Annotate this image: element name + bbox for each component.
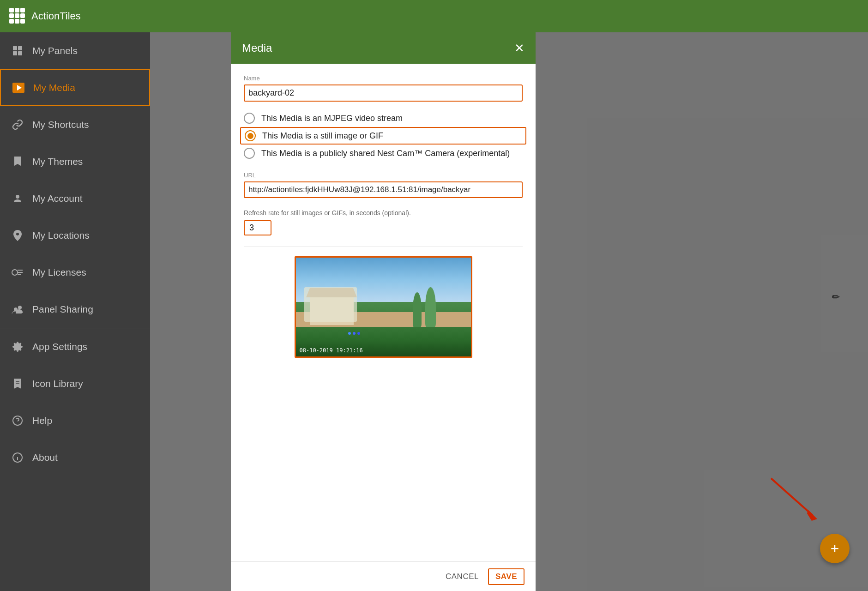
url-form-group: URL: [244, 172, 523, 198]
settings-icon: [11, 340, 24, 353]
svg-marker-19: [807, 510, 817, 521]
svg-point-10: [18, 306, 22, 309]
sidebar-label-my-shortcuts: My Shortcuts: [32, 119, 89, 130]
topbar: [150, 0, 868, 32]
camera-timestamp: 08-10-2019 19:21:16: [300, 347, 363, 354]
name-form-group: Name: [244, 75, 523, 102]
media-modal: Media ✕ Name This Media: [231, 32, 536, 591]
media-icon: [12, 81, 25, 94]
modal-header: Media ✕: [231, 32, 536, 64]
radio-still-circle: [245, 130, 256, 141]
sidebar-item-panel-sharing[interactable]: Panel Sharing: [0, 291, 150, 328]
url-input-wrapper: [244, 181, 523, 198]
svg-rect-3: [18, 51, 22, 55]
sidebar-item-about[interactable]: About: [0, 439, 150, 476]
sidebar-label-my-themes: My Themes: [32, 156, 83, 167]
media-type-radio-group: This Media is an MJPEG video stream This…: [244, 113, 523, 159]
fab-icon: +: [831, 540, 839, 557]
camera-preview: 08-10-2019 19:21:16: [295, 256, 472, 358]
sidebar-item-my-themes[interactable]: My Themes: [0, 143, 150, 180]
about-icon: [11, 451, 24, 464]
sidebar-item-help[interactable]: Help: [0, 402, 150, 439]
name-input[interactable]: [244, 84, 523, 102]
sidebar-item-app-settings[interactable]: App Settings: [0, 328, 150, 365]
modal-body: Name This Media is an MJPEG video stream: [231, 64, 536, 561]
sidebar-item-my-shortcuts[interactable]: My Shortcuts: [0, 106, 150, 143]
arrow-indicator: [757, 469, 831, 526]
cancel-button[interactable]: CANCEL: [446, 572, 479, 581]
divider: [244, 247, 523, 247]
shortcuts-icon: [11, 118, 24, 131]
sidebar-item-icon-library[interactable]: Icon Library: [0, 365, 150, 402]
sidebar-label-about: About: [32, 452, 58, 463]
sidebar-label-icon-library: Icon Library: [32, 378, 83, 389]
svg-rect-0: [13, 46, 17, 50]
refresh-input-wrapper: [244, 220, 271, 235]
themes-icon: [11, 155, 24, 168]
radio-nest-label: This Media is a publicly shared Nest Cam…: [261, 149, 510, 158]
app-title: ActionTiles: [31, 10, 81, 22]
url-label: URL: [244, 172, 523, 179]
licenses-icon: [11, 266, 24, 279]
sidebar-item-my-account[interactable]: My Account: [0, 180, 150, 217]
svg-rect-2: [13, 51, 17, 55]
refresh-form-group: Refresh rate for still images or GIFs, i…: [244, 209, 523, 235]
save-button[interactable]: SAVE: [488, 568, 524, 585]
sidebar: ActionTiles My Panels My Media: [0, 0, 150, 591]
svg-point-7: [16, 233, 19, 235]
modal-title: Media: [242, 42, 272, 54]
app-icon: [9, 8, 26, 24]
sidebar-label-my-media: My Media: [33, 82, 75, 93]
sidebar-label-help: Help: [32, 415, 52, 426]
refresh-input[interactable]: [249, 223, 266, 233]
sidebar-label-my-panels: My Panels: [32, 45, 78, 56]
help-icon: [11, 414, 24, 427]
panels-icon: [11, 44, 24, 57]
sidebar-item-my-locations[interactable]: My Locations: [0, 217, 150, 254]
main-area: ✏ ✏ ✏ ✏ ✏ ✏ ✏ ✏ Media ✕ N: [150, 0, 868, 591]
fab-button[interactable]: +: [820, 534, 850, 563]
radio-still-label: This Media is a still image or GIF: [262, 131, 383, 141]
sidebar-label-my-licenses: My Licenses: [32, 267, 86, 278]
svg-rect-1: [18, 46, 22, 50]
sidebar-header: ActionTiles: [0, 0, 150, 32]
sidebar-label-panel-sharing: Panel Sharing: [32, 304, 93, 315]
radio-mjpeg-label: This Media is an MJPEG video stream: [261, 114, 403, 123]
locations-icon: [11, 229, 24, 242]
account-icon: [11, 192, 24, 205]
sidebar-item-my-media[interactable]: My Media: [0, 69, 150, 106]
icon-library-icon: [11, 377, 24, 390]
svg-line-18: [771, 478, 813, 515]
content-area: ✏ ✏ ✏ ✏ ✏ ✏ ✏ ✏ Media ✕ N: [150, 32, 868, 591]
radio-mjpeg-circle: [244, 113, 255, 124]
sidebar-label-my-account: My Account: [32, 193, 83, 204]
sidebar-label-my-locations: My Locations: [32, 230, 90, 241]
sidebar-label-app-settings: App Settings: [32, 341, 87, 352]
sidebar-item-my-panels[interactable]: My Panels: [0, 32, 150, 69]
radio-mjpeg[interactable]: This Media is an MJPEG video stream: [244, 113, 523, 124]
url-input[interactable]: [248, 185, 518, 194]
modal-close-button[interactable]: ✕: [514, 42, 524, 54]
svg-point-8: [12, 270, 18, 275]
refresh-label: Refresh rate for still images or GIFs, i…: [244, 209, 523, 217]
modal-footer: CANCEL SAVE: [231, 561, 536, 591]
sharing-icon: [11, 303, 24, 316]
sidebar-item-my-licenses[interactable]: My Licenses: [0, 254, 150, 291]
radio-nest[interactable]: This Media is a publicly shared Nest Cam…: [244, 148, 523, 159]
radio-still[interactable]: This Media is a still image or GIF: [240, 127, 526, 145]
radio-nest-circle: [244, 148, 255, 159]
svg-point-6: [16, 195, 19, 199]
name-label: Name: [244, 75, 523, 82]
